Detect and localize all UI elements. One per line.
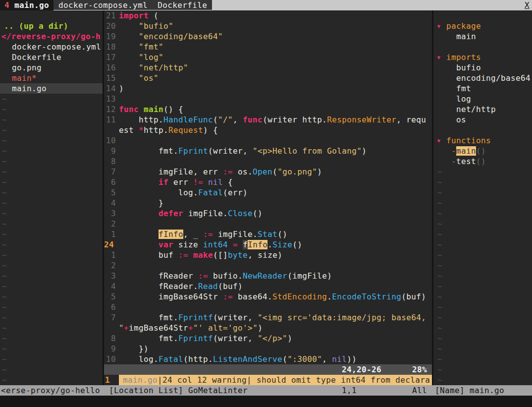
empty-line-tilde: ~ xyxy=(433,344,532,354)
code-line[interactable]: est *http.Request) { xyxy=(104,125,432,135)
code-line[interactable]: 13 xyxy=(104,94,432,104)
code-line[interactable]: 7 fmt.Fprintf(writer, "<img src='data:im… xyxy=(104,312,432,323)
line-text: "fmt" xyxy=(116,42,432,52)
tab-docker-compose[interactable]: docker-compose.yml xyxy=(58,0,148,10)
statusline-cursor-position: 24,20-26 xyxy=(342,364,381,375)
line-text: var size int64 = fInfo.Size() xyxy=(116,239,432,250)
code-line[interactable]: 6 if err != nil { xyxy=(104,177,432,187)
code-line[interactable]: 9 fmt.Fprint(writer, "<p>Hello from Gola… xyxy=(104,146,432,156)
search-highlight: Info xyxy=(248,240,267,249)
empty-line-tilde: ~ xyxy=(0,219,103,229)
tagbar-entry[interactable]: -main() xyxy=(433,146,532,156)
tagbar-blank-line xyxy=(433,10,532,21)
line-number: 11 xyxy=(104,115,116,125)
empty-line-tilde: ~ xyxy=(0,323,103,333)
empty-line-tilde: ~ xyxy=(433,354,532,364)
tree-item-label: main.go xyxy=(12,84,47,93)
inactive-tabs: docker-compose.ymlDockerfile xyxy=(53,0,212,10)
tagbar-entry[interactable]: log xyxy=(433,94,532,104)
tree-item[interactable]: docker-compose.yml xyxy=(0,42,103,52)
code-line[interactable]: 11 http.HandleFunc("/", func(writer http… xyxy=(104,115,432,125)
code-line[interactable]: 5 imgBase64Str := base64.StdEncoding.Enc… xyxy=(104,291,432,302)
close-icon[interactable]: X xyxy=(522,0,532,10)
code-line[interactable]: 16 "net/http" xyxy=(104,62,432,73)
tree-item[interactable]: </reverse-proxy/go-h xyxy=(0,31,103,42)
code-line[interactable]: 17 "log" xyxy=(104,52,432,62)
empty-line-tilde: ~ xyxy=(433,260,532,271)
tree-item-label: </reverse-proxy/go-h xyxy=(1,32,101,41)
empty-line-tilde: ~ xyxy=(0,239,103,250)
code-line[interactable]: 2 xyxy=(104,260,432,271)
code-line[interactable]: 9 }) xyxy=(104,344,432,354)
code-line[interactable]: 10 xyxy=(104,135,432,146)
code-line[interactable]: 19 "encoding/base64" xyxy=(104,31,432,42)
code-line[interactable]: 4 fReader.Read(buf) xyxy=(104,281,432,291)
empty-line-tilde: ~ xyxy=(433,333,532,344)
vim-terminal: 4 main.go docker-compose.ymlDockerfile X… xyxy=(0,0,532,407)
line-text: "net/http" xyxy=(116,62,432,73)
search-highlight: main xyxy=(456,146,476,156)
empty-line-tilde: ~ xyxy=(433,375,532,385)
loclist-line-number: 1 xyxy=(104,375,119,385)
cursor: f xyxy=(243,240,248,249)
code-line-current[interactable]: 24 var size int64 = fInfo.Size() xyxy=(104,239,432,250)
code-line[interactable]: 12func main() { xyxy=(104,104,432,115)
line-number: 15 xyxy=(104,73,116,83)
line-text: "os" xyxy=(116,73,432,83)
line-text: fInfo, _ := imgFile.Stat() xyxy=(116,229,432,239)
tree-item[interactable]: main* xyxy=(0,73,103,83)
code-line[interactable]: 8 xyxy=(104,156,432,167)
tagbar-entry[interactable]: ▾ imports xyxy=(433,52,532,62)
line-text: est *http.Request) { xyxy=(116,125,432,135)
code-line[interactable]: 15 "os" xyxy=(104,73,432,83)
code-line[interactable]: 21import ( xyxy=(104,10,432,21)
tab-main-go[interactable]: 4 main.go xyxy=(0,0,53,10)
line-text: "bufio" xyxy=(116,21,432,31)
line-number: 8 xyxy=(104,333,116,344)
tree-item[interactable]: go.png xyxy=(0,62,103,73)
code-line[interactable]: 3 fReader := bufio.NewReader(imgFile) xyxy=(104,271,432,281)
line-number: 5 xyxy=(104,291,116,302)
empty-line-tilde: ~ xyxy=(0,375,103,385)
code-line[interactable]: 14) xyxy=(104,83,432,94)
tree-item[interactable]: Dockerfile xyxy=(0,52,103,62)
tagbar-entry[interactable]: ▾ functions xyxy=(433,135,532,146)
line-text xyxy=(116,260,432,271)
code-line[interactable]: "+imgBase64Str+"' alt='go'>") xyxy=(104,323,432,333)
line-number: 20 xyxy=(104,21,116,31)
code-line[interactable]: 8 fmt.Fprintf(writer, "</p>") xyxy=(104,333,432,344)
code-line[interactable]: 1 fInfo, _ := imgFile.Stat() xyxy=(104,229,432,239)
tree-item[interactable]: .. (up a dir) xyxy=(0,21,103,31)
tagbar-entry[interactable]: encoding/base64 xyxy=(433,73,532,83)
tagbar-entry[interactable]: fmt xyxy=(433,83,532,94)
code-line[interactable]: 4 } xyxy=(104,198,432,208)
code-line[interactable]: 20 "bufio" xyxy=(104,21,432,31)
line-text: http.HandleFunc("/", func(writer http.Re… xyxy=(116,115,432,125)
code-line[interactable]: 6 xyxy=(104,302,432,312)
code-line[interactable]: 7 imgFile, err := os.Open("go.png") xyxy=(104,167,432,177)
empty-line-tilde: ~ xyxy=(433,323,532,333)
code-line[interactable]: 5 log.Fatal(err) xyxy=(104,187,432,198)
code-line[interactable]: 2 xyxy=(104,219,432,229)
empty-line-tilde: ~ xyxy=(433,271,532,281)
line-number: 8 xyxy=(104,156,116,167)
code-line[interactable]: 1 buf := make([]byte, size) xyxy=(104,250,432,260)
tree-item-selected[interactable]: main.go xyxy=(0,83,103,94)
tagbar-entry[interactable]: -test() xyxy=(433,156,532,167)
code-line[interactable]: 10 log.Fatal(http.ListenAndServe(":3000"… xyxy=(104,354,432,364)
empty-line-tilde: ~ xyxy=(0,177,103,187)
line-number: 12 xyxy=(104,104,116,115)
empty-line-tilde: ~ xyxy=(0,260,103,271)
tagbar-entry[interactable]: os xyxy=(433,115,532,125)
code-line[interactable]: 3 defer imgFile.Close() xyxy=(104,208,432,219)
tagbar-entry[interactable]: ▾ package xyxy=(433,21,532,31)
tagbar-entry[interactable]: net/http xyxy=(433,104,532,115)
tagbar-entry[interactable]: main xyxy=(433,31,532,42)
code-line[interactable]: 18 "fmt" xyxy=(104,42,432,52)
location-list-entry[interactable]: 1 main.go|24 col 12 warning| should omit… xyxy=(104,375,432,385)
tagbar-entry[interactable]: bufio xyxy=(433,62,532,73)
empty-line-tilde: ~ xyxy=(433,312,532,323)
tab-dockerfile[interactable]: Dockerfile xyxy=(158,0,207,10)
command-line: vim-go: var fInfo os.FileInfo xyxy=(0,396,532,407)
line-text xyxy=(116,156,432,167)
